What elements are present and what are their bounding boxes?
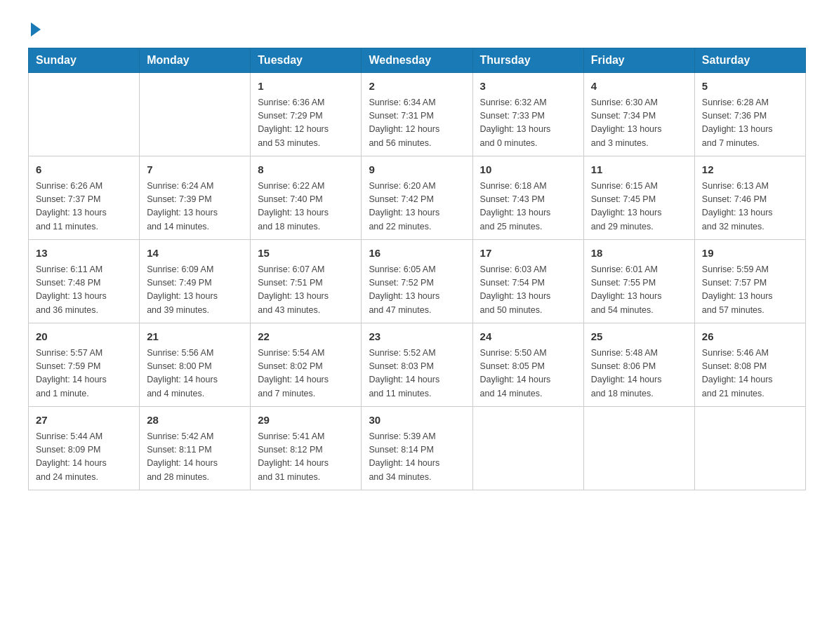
- calendar-header-row: SundayMondayTuesdayWednesdayThursdayFrid…: [29, 48, 806, 73]
- day-info: Sunrise: 6:34 AM Sunset: 7:31 PM Dayligh…: [369, 96, 465, 151]
- calendar-cell-w0-d4: 3Sunrise: 6:32 AM Sunset: 7:33 PM Daylig…: [472, 73, 583, 156]
- day-info: Sunrise: 6:26 AM Sunset: 7:37 PM Dayligh…: [36, 180, 132, 234]
- calendar-cell-w4-d0: 27Sunrise: 5:44 AM Sunset: 8:09 PM Dayli…: [29, 407, 140, 490]
- day-info: Sunrise: 6:30 AM Sunset: 7:34 PM Dayligh…: [591, 96, 687, 151]
- calendar-cell-w4-d1: 28Sunrise: 5:42 AM Sunset: 8:11 PM Dayli…: [140, 407, 251, 490]
- day-number: 4: [591, 79, 687, 95]
- day-number: 2: [369, 79, 465, 95]
- day-number: 24: [480, 329, 576, 345]
- calendar-cell-w2-d5: 18Sunrise: 6:01 AM Sunset: 7:55 PM Dayli…: [583, 240, 694, 323]
- day-info: Sunrise: 5:56 AM Sunset: 8:00 PM Dayligh…: [147, 347, 243, 401]
- calendar-cell-w4-d2: 29Sunrise: 5:41 AM Sunset: 8:12 PM Dayli…: [251, 407, 362, 490]
- calendar-header-thursday: Thursday: [472, 48, 583, 73]
- day-number: 22: [258, 329, 354, 345]
- calendar-week-row-3: 20Sunrise: 5:57 AM Sunset: 7:59 PM Dayli…: [29, 323, 806, 407]
- calendar-table: SundayMondayTuesdayWednesdayThursdayFrid…: [28, 48, 806, 490]
- calendar-header-sunday: Sunday: [29, 48, 140, 73]
- day-info: Sunrise: 5:59 AM Sunset: 7:57 PM Dayligh…: [702, 263, 798, 318]
- day-number: 7: [147, 162, 243, 178]
- calendar-cell-w4-d5: [583, 407, 694, 490]
- logo: [28, 21, 41, 34]
- day-info: Sunrise: 6:07 AM Sunset: 7:51 PM Dayligh…: [258, 263, 354, 318]
- logo-arrow-icon: [31, 22, 41, 36]
- day-number: 18: [591, 246, 687, 262]
- day-info: Sunrise: 6:09 AM Sunset: 7:49 PM Dayligh…: [147, 263, 243, 318]
- calendar-cell-w2-d3: 16Sunrise: 6:05 AM Sunset: 7:52 PM Dayli…: [362, 240, 472, 323]
- day-info: Sunrise: 5:57 AM Sunset: 7:59 PM Dayligh…: [36, 347, 132, 401]
- day-info: Sunrise: 6:36 AM Sunset: 7:29 PM Dayligh…: [258, 96, 354, 151]
- day-info: Sunrise: 6:05 AM Sunset: 7:52 PM Dayligh…: [369, 263, 465, 318]
- day-number: 5: [702, 79, 798, 95]
- day-info: Sunrise: 5:50 AM Sunset: 8:05 PM Dayligh…: [480, 347, 576, 401]
- calendar-header-saturday: Saturday: [694, 48, 805, 73]
- day-info: Sunrise: 6:32 AM Sunset: 7:33 PM Dayligh…: [480, 96, 576, 151]
- calendar-cell-w4-d6: [694, 407, 805, 490]
- calendar-cell-w1-d2: 8Sunrise: 6:22 AM Sunset: 7:40 PM Daylig…: [251, 156, 362, 240]
- calendar-cell-w0-d3: 2Sunrise: 6:34 AM Sunset: 7:31 PM Daylig…: [362, 73, 472, 156]
- calendar-cell-w3-d4: 24Sunrise: 5:50 AM Sunset: 8:05 PM Dayli…: [472, 323, 583, 407]
- calendar-cell-w0-d1: [140, 73, 251, 156]
- calendar-cell-w1-d3: 9Sunrise: 6:20 AM Sunset: 7:42 PM Daylig…: [362, 156, 472, 240]
- day-number: 13: [36, 246, 132, 262]
- day-info: Sunrise: 6:11 AM Sunset: 7:48 PM Dayligh…: [36, 263, 132, 318]
- day-info: Sunrise: 5:42 AM Sunset: 8:11 PM Dayligh…: [147, 430, 243, 485]
- day-info: Sunrise: 5:41 AM Sunset: 8:12 PM Dayligh…: [258, 430, 354, 485]
- calendar-cell-w1-d4: 10Sunrise: 6:18 AM Sunset: 7:43 PM Dayli…: [472, 156, 583, 240]
- calendar-header-tuesday: Tuesday: [251, 48, 362, 73]
- calendar-header-monday: Monday: [140, 48, 251, 73]
- calendar-cell-w2-d2: 15Sunrise: 6:07 AM Sunset: 7:51 PM Dayli…: [251, 240, 362, 323]
- calendar-cell-w1-d6: 12Sunrise: 6:13 AM Sunset: 7:46 PM Dayli…: [694, 156, 805, 240]
- calendar-cell-w0-d6: 5Sunrise: 6:28 AM Sunset: 7:36 PM Daylig…: [694, 73, 805, 156]
- day-info: Sunrise: 5:46 AM Sunset: 8:08 PM Dayligh…: [702, 347, 798, 401]
- day-info: Sunrise: 5:39 AM Sunset: 8:14 PM Dayligh…: [369, 430, 465, 485]
- day-number: 6: [36, 162, 132, 178]
- day-number: 23: [369, 329, 465, 345]
- day-info: Sunrise: 6:01 AM Sunset: 7:55 PM Dayligh…: [591, 263, 687, 318]
- calendar-cell-w3-d2: 22Sunrise: 5:54 AM Sunset: 8:02 PM Dayli…: [251, 323, 362, 407]
- calendar-cell-w2-d6: 19Sunrise: 5:59 AM Sunset: 7:57 PM Dayli…: [694, 240, 805, 323]
- calendar-cell-w3-d5: 25Sunrise: 5:48 AM Sunset: 8:06 PM Dayli…: [583, 323, 694, 407]
- day-number: 3: [480, 79, 576, 95]
- day-number: 1: [258, 79, 354, 95]
- day-number: 30: [369, 412, 465, 429]
- calendar-cell-w2-d4: 17Sunrise: 6:03 AM Sunset: 7:54 PM Dayli…: [472, 240, 583, 323]
- day-info: Sunrise: 5:54 AM Sunset: 8:02 PM Dayligh…: [258, 347, 354, 401]
- calendar-cell-w4-d3: 30Sunrise: 5:39 AM Sunset: 8:14 PM Dayli…: [362, 407, 472, 490]
- day-number: 25: [591, 329, 687, 345]
- calendar-cell-w0-d2: 1Sunrise: 6:36 AM Sunset: 7:29 PM Daylig…: [251, 73, 362, 156]
- day-number: 21: [147, 329, 243, 345]
- day-info: Sunrise: 6:13 AM Sunset: 7:46 PM Dayligh…: [702, 180, 798, 234]
- calendar-week-row-0: 1Sunrise: 6:36 AM Sunset: 7:29 PM Daylig…: [29, 73, 806, 156]
- calendar-header-wednesday: Wednesday: [362, 48, 472, 73]
- day-number: 29: [258, 412, 354, 429]
- day-number: 12: [702, 162, 798, 178]
- calendar-week-row-2: 13Sunrise: 6:11 AM Sunset: 7:48 PM Dayli…: [29, 240, 806, 323]
- day-number: 20: [36, 329, 132, 345]
- calendar-cell-w3-d1: 21Sunrise: 5:56 AM Sunset: 8:00 PM Dayli…: [140, 323, 251, 407]
- calendar-cell-w2-d0: 13Sunrise: 6:11 AM Sunset: 7:48 PM Dayli…: [29, 240, 140, 323]
- day-info: Sunrise: 5:52 AM Sunset: 8:03 PM Dayligh…: [369, 347, 465, 401]
- day-number: 17: [480, 246, 576, 262]
- day-number: 28: [147, 412, 243, 429]
- day-number: 27: [36, 412, 132, 429]
- calendar-cell-w4-d4: [472, 407, 583, 490]
- day-number: 8: [258, 162, 354, 178]
- calendar-header-friday: Friday: [583, 48, 694, 73]
- day-info: Sunrise: 6:18 AM Sunset: 7:43 PM Dayligh…: [480, 180, 576, 234]
- calendar-cell-w0-d5: 4Sunrise: 6:30 AM Sunset: 7:34 PM Daylig…: [583, 73, 694, 156]
- calendar-cell-w1-d5: 11Sunrise: 6:15 AM Sunset: 7:45 PM Dayli…: [583, 156, 694, 240]
- day-number: 9: [369, 162, 465, 178]
- day-info: Sunrise: 6:22 AM Sunset: 7:40 PM Dayligh…: [258, 180, 354, 234]
- calendar-cell-w0-d0: [29, 73, 140, 156]
- day-info: Sunrise: 5:48 AM Sunset: 8:06 PM Dayligh…: [591, 347, 687, 401]
- day-number: 14: [147, 246, 243, 262]
- day-number: 16: [369, 246, 465, 262]
- day-number: 15: [258, 246, 354, 262]
- day-info: Sunrise: 6:15 AM Sunset: 7:45 PM Dayligh…: [591, 180, 687, 234]
- page-header: [28, 21, 806, 34]
- calendar-cell-w3-d3: 23Sunrise: 5:52 AM Sunset: 8:03 PM Dayli…: [362, 323, 472, 407]
- day-number: 11: [591, 162, 687, 178]
- day-info: Sunrise: 6:28 AM Sunset: 7:36 PM Dayligh…: [702, 96, 798, 151]
- calendar-cell-w1-d1: 7Sunrise: 6:24 AM Sunset: 7:39 PM Daylig…: [140, 156, 251, 240]
- day-number: 19: [702, 246, 798, 262]
